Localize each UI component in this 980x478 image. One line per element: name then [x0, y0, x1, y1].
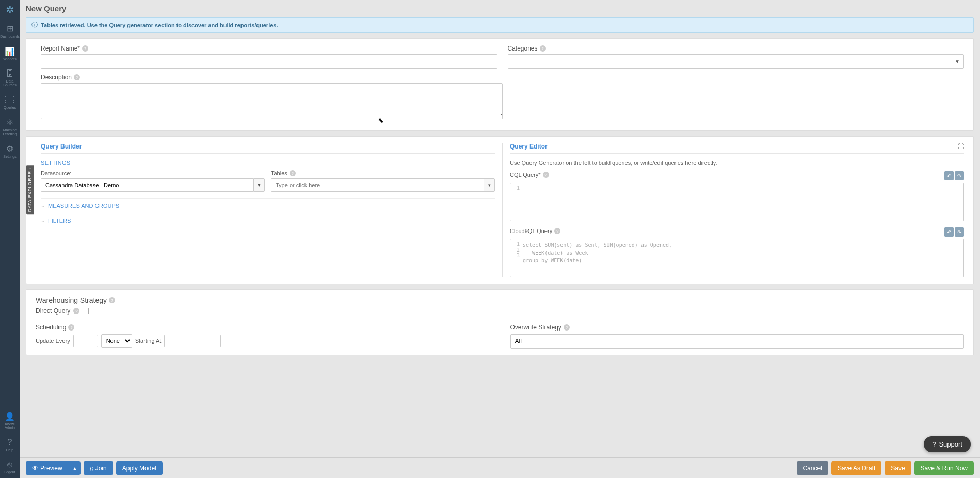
tables-dropdown-button[interactable]: ▾ [484, 178, 495, 192]
sidebar-label: Dashboards [0, 35, 20, 38]
join-icon: ⎌ [90, 465, 93, 472]
overwrite-strategy-input[interactable] [510, 334, 965, 349]
measures-label: MEASURES AND GROUPS [48, 203, 119, 209]
settings-header: SETTINGS [41, 160, 495, 166]
gutter: 123 [513, 241, 523, 275]
sidebar-label: Data Sources [0, 79, 20, 87]
save-draft-button[interactable]: Save As Draft [831, 461, 881, 475]
sidebar-item-admin[interactable]: 👤 Knowi Admin [0, 407, 20, 434]
sidebar: ✲ ⊞ Dashboards 📊 Widgets 🗄 Data Sources … [0, 0, 20, 478]
sidebar-item-datasources[interactable]: 🗄 Data Sources [0, 65, 20, 91]
apply-model-button[interactable]: Apply Model [116, 461, 163, 475]
help-icon[interactable]: ? [74, 74, 80, 80]
info-icon: ⓘ [31, 21, 38, 29]
help-icon[interactable]: ? [540, 45, 546, 52]
explorer-tab-label: DATA EXPLORER [27, 171, 33, 212]
chevron-down-icon: ⌄ [41, 218, 45, 223]
editor-hint: Use Query Generator on the left to build… [510, 160, 964, 166]
expand-icon[interactable]: ⛶ [958, 143, 964, 150]
join-button[interactable]: ⎌ Join [84, 461, 113, 475]
support-icon: ? [932, 440, 936, 448]
sidebar-label: Widgets [3, 57, 16, 61]
cloud9-code: select SUM(sent) as Sent, SUM(opened) as… [523, 241, 960, 275]
page-header: New Query [20, 0, 980, 17]
report-name-label: Report Name* ? [41, 45, 497, 52]
tables-label: Tables ? [271, 170, 495, 176]
queries-icon: ⋮⋮ [2, 95, 18, 105]
query-builder-panel: Query Builder SETTINGS Datasource: ▼ [41, 143, 503, 277]
datasource-dropdown-button[interactable]: ▼ [253, 178, 265, 192]
support-label: Support [939, 440, 962, 448]
dashboard-icon: ⊞ [7, 24, 13, 34]
footer-bar: 👁 Preview ▴ ⎌ Join Apply Model Cancel Sa… [20, 457, 980, 478]
sidebar-item-help[interactable]: ? Help [0, 434, 20, 456]
app-logo[interactable]: ✲ [0, 0, 20, 20]
scheduling-label: Scheduling ? [36, 324, 490, 331]
help-icon[interactable]: ? [82, 45, 88, 52]
help-icon[interactable]: ? [109, 297, 115, 303]
cloud9-undo-button[interactable]: ↶ [944, 227, 954, 237]
filters-label: FILTERS [48, 218, 71, 224]
report-name-input[interactable] [41, 54, 497, 69]
preview-dropdown-button[interactable]: ▴ [69, 461, 81, 475]
ml-icon: ⚛ [6, 118, 13, 127]
starting-at-input[interactable] [164, 335, 221, 347]
cql-label: CQL Query* ? [510, 172, 549, 178]
help-icon[interactable]: ? [543, 172, 549, 178]
page-title: New Query [26, 4, 974, 13]
datasource-label: Datasource: [41, 170, 265, 176]
support-button[interactable]: ? Support [924, 436, 971, 452]
query-editor-panel: ⛶ Query Editor Use Query Generator on th… [503, 143, 964, 277]
measures-groups-toggle[interactable]: ⌄ MEASURES AND GROUPS [41, 198, 495, 213]
categories-select[interactable] [508, 54, 965, 69]
save-button[interactable]: Save [885, 461, 911, 475]
help-icon[interactable]: ? [290, 170, 296, 176]
info-banner: ⓘ Tables retrieved. Use the Query genera… [26, 17, 974, 33]
query-card: Query Builder SETTINGS Datasource: ▼ [26, 136, 974, 284]
eye-icon: 👁 [32, 465, 38, 472]
help-icon: ? [8, 438, 12, 447]
direct-query-row: Direct Query ? [36, 307, 964, 315]
cancel-button[interactable]: Cancel [797, 461, 828, 475]
help-icon[interactable]: ? [68, 324, 74, 331]
cloud9-redo-button[interactable]: ↷ [955, 227, 964, 237]
description-textarea[interactable] [41, 83, 503, 119]
sidebar-label: Settings [3, 155, 16, 158]
preview-button[interactable]: 👁 Preview [26, 461, 69, 475]
cql-redo-button[interactable]: ↷ [955, 171, 964, 180]
sidebar-item-logout[interactable]: ⎋ Logout [0, 456, 20, 478]
admin-icon: 👤 [5, 411, 15, 421]
sidebar-item-widgets[interactable]: 📊 Widgets [0, 42, 20, 65]
sidebar-label: Queries [4, 106, 17, 109]
cql-editor[interactable]: 1 [510, 183, 964, 221]
cloud9-editor[interactable]: 123 select SUM(sent) as Sent, SUM(opened… [510, 239, 964, 277]
interval-select[interactable]: None [101, 334, 132, 348]
gear-icon: ⚙ [6, 144, 13, 154]
tables-input[interactable] [271, 178, 484, 192]
sidebar-item-ml[interactable]: ⚛ Machine Learning [0, 113, 20, 140]
direct-query-label: Direct Query [36, 307, 70, 315]
query-editor-title: Query Editor [510, 143, 964, 154]
filters-toggle[interactable]: ⌄ FILTERS [41, 213, 495, 228]
save-run-button[interactable]: Save & Run Now [914, 461, 974, 475]
overwrite-label: Overwrite Strategy ? [510, 324, 965, 331]
help-icon[interactable]: ? [564, 324, 570, 331]
direct-query-checkbox[interactable] [83, 308, 89, 314]
cql-undo-button[interactable]: ↶ [944, 171, 954, 180]
chevron-left-icon: ‹ [28, 167, 33, 169]
categories-label: Categories ? [508, 45, 965, 52]
cloud9-label: Cloud9QL Query ? [510, 228, 560, 234]
starting-at-label: Starting At [135, 338, 162, 344]
update-every-input[interactable] [73, 335, 98, 347]
info-text: Tables retrieved. Use the Query generato… [41, 22, 278, 28]
main-area: New Query ⓘ Tables retrieved. Use the Qu… [20, 0, 980, 478]
warehousing-title: Warehousing Strategy ? [36, 296, 964, 304]
sidebar-label: Logout [4, 470, 15, 474]
sidebar-item-dashboards[interactable]: ⊞ Dashboards [0, 20, 20, 42]
help-icon[interactable]: ? [554, 228, 560, 234]
sidebar-item-queries[interactable]: ⋮⋮ Queries [0, 91, 20, 113]
datasource-select[interactable] [41, 178, 253, 192]
data-explorer-tab[interactable]: DATA EXPLORER ‹ [26, 165, 34, 214]
help-icon[interactable]: ? [73, 308, 79, 314]
sidebar-item-settings[interactable]: ⚙ Settings [0, 140, 20, 162]
